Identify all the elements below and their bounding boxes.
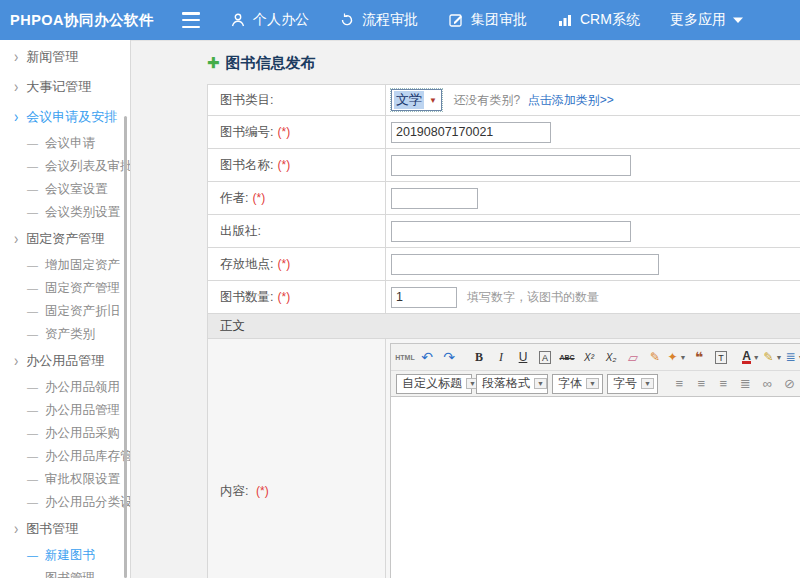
sidebar-group-book-management[interactable]: ›图书管理 (0, 514, 130, 544)
clean-html-button[interactable]: ✎ (645, 347, 665, 367)
sidebar-scrollbar[interactable] (124, 116, 127, 578)
category-select[interactable]: 文学 ▼ (391, 89, 442, 111)
remove-format-button[interactable]: ▱ (623, 347, 643, 367)
strikethrough-button[interactable]: ABC (557, 347, 577, 367)
underline-button[interactable]: U (513, 347, 533, 367)
sidebar-group-fixed-assets-management[interactable]: ›固定资产管理 (0, 224, 130, 254)
nav-item-crm-system[interactable]: CRM系统 (557, 11, 640, 29)
link-button[interactable]: ∞ (757, 374, 777, 394)
sidebar-item-fixed-asset-management[interactable]: —固定资产管理 (0, 277, 130, 300)
dash-icon: — (27, 572, 38, 578)
caret-down-icon: ▼ (586, 378, 599, 389)
sidebar-item-book-manage[interactable]: —图书管理 (0, 567, 130, 578)
dash-icon: — (27, 206, 38, 218)
caret-down-icon: ▼ (534, 378, 547, 389)
select-label: 自定义标题 (402, 375, 462, 392)
highlight-color-button[interactable]: ✎▼ (763, 347, 783, 367)
redo-button[interactable]: ↷ (439, 347, 459, 367)
undo-button[interactable]: ↶ (417, 347, 437, 367)
align-justify-button[interactable]: ≣ (735, 374, 755, 394)
required-mark: (*) (256, 484, 269, 498)
bold-button-icon: B (475, 350, 483, 365)
form-row-book-number-field: 图书编号:(*) (208, 116, 800, 149)
clean-html-button-icon: ✎ (650, 350, 660, 364)
sidebar-item-meeting-list-approval[interactable]: —会议列表及审批 (0, 155, 130, 178)
sidebar-group-office-supplies-management[interactable]: ›办公用品管理 (0, 346, 130, 376)
publisher-field-input[interactable] (391, 221, 631, 242)
sidebar-item-label: 办公用品采购 (45, 426, 120, 440)
book-form: 图书类目: 文学 ▼ 还没有类别? 点击添加类别>> 图书编号:(*)图书名称 (207, 84, 800, 578)
blockquote-button[interactable]: ❝ (689, 347, 709, 367)
chevron-right-icon: › (14, 511, 18, 547)
sidebar-item-label: 资产类别 (45, 327, 95, 341)
align-left-button[interactable]: ≡ (669, 374, 689, 394)
superscript-button[interactable]: X² (579, 347, 599, 367)
align-right-button[interactable]: ≡ (713, 374, 733, 394)
form-row-content: 内容: (*) HTML↶↷BIUAABCX²X₂▱✎✦▼❝TA▼✎▼≣▼≡▼ … (208, 339, 800, 578)
sidebar-item-meeting-apply[interactable]: —会议申请 (0, 132, 130, 155)
form-row-author-field: 作者:(*) (208, 182, 800, 215)
required-mark: (*) (277, 290, 290, 304)
sidebar-item-add-fixed-asset[interactable]: —增加固定资产 (0, 254, 130, 277)
nav-item-group-approval[interactable]: 集团审批 (448, 11, 527, 29)
align-center-button[interactable]: ≡ (691, 374, 711, 394)
hamburger-menu-icon[interactable] (182, 12, 204, 28)
subscript-button[interactable]: X₂ (601, 347, 621, 367)
unlink-button-icon: ⊘ (784, 376, 794, 391)
sidebar-item-fixed-asset-depreciation[interactable]: —固定资产折旧 (0, 300, 130, 323)
sidebar-group-news-management[interactable]: ›新闻管理 (0, 42, 130, 72)
custom-style-select[interactable]: 自定义标题▼ (396, 374, 472, 394)
nav-item-label: 更多应用 (670, 11, 726, 29)
section-header: 正文 (208, 314, 800, 339)
book-number-field-input[interactable] (391, 122, 551, 143)
font-color-button[interactable]: A▼ (741, 347, 761, 367)
dash-icon: — (27, 427, 38, 439)
font-family-select[interactable]: 字体▼ (552, 374, 603, 394)
sidebar-item-approval-permission-settings[interactable]: —审批权限设置 (0, 468, 130, 491)
paste-plain-button[interactable]: T (711, 347, 731, 367)
nav-item-personal-office[interactable]: 个人办公 (230, 11, 309, 29)
caret-down-icon (733, 16, 743, 24)
sidebar-item-supplies-requisition[interactable]: —办公用品领用 (0, 376, 130, 399)
editor-content-area[interactable] (391, 396, 800, 578)
bold-button[interactable]: B (469, 347, 489, 367)
rich-text-editor: HTML↶↷BIUAABCX²X₂▱✎✦▼❝TA▼✎▼≣▼≡▼ 自定义标题▼段落… (390, 343, 800, 578)
sidebar-item-meeting-room-settings[interactable]: —会议室设置 (0, 178, 130, 201)
quick-format-button[interactable]: ✦▼ (667, 347, 687, 367)
nav-item-label: CRM系统 (580, 11, 640, 29)
dash-icon: — (27, 328, 38, 340)
author-field-input[interactable] (391, 188, 478, 209)
book-quantity-field-input[interactable] (391, 287, 457, 308)
sidebar-group-memorabilia-management[interactable]: ›大事记管理 (0, 72, 130, 102)
html-source-button[interactable]: HTML (395, 347, 415, 367)
chevron-right-icon: › (14, 343, 18, 379)
sidebar-item-label: 办公用品库存管理 (45, 449, 131, 463)
select-caret-icon: ▼ (429, 96, 437, 105)
italic-button[interactable]: I (491, 347, 511, 367)
font-size-select[interactable]: 字号▼ (607, 374, 658, 394)
boxed-text-button[interactable]: A (535, 347, 555, 367)
undo-button-icon: ↶ (421, 349, 433, 365)
person-icon (230, 12, 246, 28)
sidebar-item-label: 办公用品领用 (45, 380, 120, 394)
ordered-list-button[interactable]: ≣▼ (785, 347, 800, 367)
nav-item-more-apps[interactable]: 更多应用 (670, 11, 743, 29)
storage-location-field-input[interactable] (391, 254, 659, 275)
sidebar-item-asset-category[interactable]: —资产类别 (0, 323, 130, 346)
sidebar-item-new-book[interactable]: —新建图书 (0, 544, 130, 567)
nav-item-process-approval[interactable]: 流程审批 (339, 11, 418, 29)
add-category-link[interactable]: 点击添加类别>> (528, 93, 614, 107)
nav-item-label: 个人办公 (253, 11, 309, 29)
book-name-field-input[interactable] (391, 155, 631, 176)
sidebar-item-meeting-category-settings[interactable]: —会议类别设置 (0, 201, 130, 224)
sidebar-group-label: 办公用品管理 (26, 353, 104, 368)
sidebar-group-meeting-application[interactable]: ›会议申请及安排 (0, 102, 130, 132)
sidebar-item-supplies-classification-settings[interactable]: —办公用品分类设置 (0, 491, 130, 514)
paragraph-format-select[interactable]: 段落格式▼ (476, 374, 548, 394)
sidebar-item-supplies-management[interactable]: —办公用品管理 (0, 399, 130, 422)
sidebar-item-supplies-inventory-management[interactable]: —办公用品库存管理 (0, 445, 130, 468)
field-label: 图书数量: (220, 290, 273, 304)
sidebar-item-supplies-purchase[interactable]: —办公用品采购 (0, 422, 130, 445)
unlink-button[interactable]: ⊘ (779, 374, 799, 394)
app-logo: PHPOA协同办公软件 (10, 11, 170, 30)
